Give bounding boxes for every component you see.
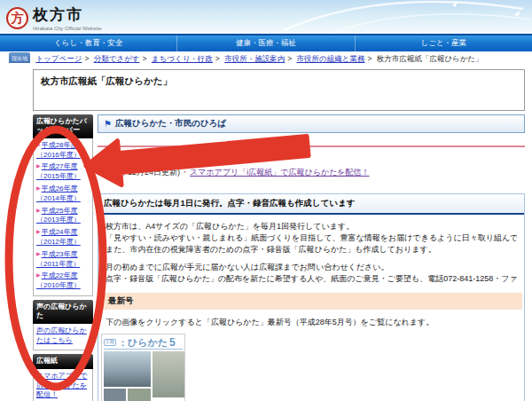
article-box: 広報ひらかたは毎月1日に発行。点字・録音広報も作成しています 枚方市は、A4サイ… (98, 193, 525, 401)
news-section-title: 新着情報 (99, 151, 523, 162)
sidebar-section-title: 広報紙 (33, 354, 93, 368)
article-line: 「見やすい・読みやすい・親しまれる」紙面づくりを目指して、豊富な情報をお届けでき… (106, 232, 517, 244)
breadcrumb-separator: > (215, 54, 220, 63)
sidebar-item-h23[interactable]: ▶平成23年度（2011年度） (36, 250, 90, 270)
sidebar-link-label[interactable]: 声の広報ひらかたはこちら (36, 326, 87, 344)
city-emblem-icon: 方 (6, 7, 28, 29)
breadcrumb-separator: > (287, 54, 292, 63)
article-heading: 広報ひらかたは毎月1日に発行。点字・録音広報も作成しています (98, 194, 524, 215)
site-header: 方 枚方市 Hirakata City Official Website (0, 0, 532, 34)
breadcrumb-separator: > (143, 54, 147, 63)
sidebar-link-label[interactable]: 平成26年度（2014年度） (36, 185, 81, 202)
sidebar-item-h26[interactable]: ▶平成26年度（2014年度） (36, 185, 90, 204)
nav-tab-life-education-safety[interactable]: くらし・教育・安全 (0, 35, 177, 51)
site-subtitle: Hirakata City Official Website (33, 26, 101, 31)
sidebar-item-voice-link[interactable]: 声の広報ひらかたはこちら (36, 326, 90, 346)
nav-tab-work-industry[interactable]: しごと・産業 (356, 35, 532, 51)
breadcrumb-row-2: 現在地 トップページ> 分類でさがす> まちづくり・行政> 市役所・施設案内> … (9, 52, 532, 63)
bullet-arrow-icon: ▶ (36, 251, 41, 256)
sidebar-section-voice: 声の広報ひらかた 声の広報ひらかたはこちら (33, 300, 93, 350)
section-header-title: 広報ひらかた・市民のひろば (115, 118, 226, 130)
news-item-separator: ・ (181, 168, 189, 177)
latest-issue-heading: 最新号 (100, 293, 522, 310)
sidebar-section-body: スマホアプリで広報ひらかたを配信！ (33, 369, 93, 401)
news-section: 新着情報 (2015年12月24日更新)・スマホアプリ「i広報紙」で広報ひらかた… (98, 145, 525, 178)
sidebar-link-label[interactable]: 平成22年度（2010年度） (36, 271, 81, 289)
main-content: ⚑ 広報ひらかた・市民のひろば 新着情報 (2015年12月24日更新)・スマホ… (98, 114, 525, 401)
sidebar-section-title: 広報ひらかたバックナンバー (33, 114, 93, 138)
bullet-arrow-icon: ▶ (36, 142, 41, 147)
breadcrumb-separator: > (367, 54, 372, 63)
sidebar-section-body: 声の広報ひらかたはこちら (33, 324, 93, 351)
breadcrumb-link[interactable]: まちづくり・行政 (152, 54, 213, 63)
content-columns: 広報ひらかたバックナンバー ▶平成28年度（2016年度） ▶平成27年度（20… (33, 114, 525, 401)
site-name: 枚方市 (33, 7, 101, 24)
news-item-date: (2015年12月24日更新) (99, 168, 180, 177)
bullet-arrow-icon: ▶ (36, 185, 41, 191)
site-logo[interactable]: 方 枚方市 Hirakata City Official Website (6, 7, 101, 31)
magazine-cover-photo (128, 389, 151, 401)
sidebar-link-label[interactable]: 平成24年度（2012年度） (36, 228, 81, 246)
decorative-swirl (248, 0, 532, 34)
current-location-badge-icon: 現在地 (9, 52, 30, 63)
sidebar-section-title: 声の広報ひらかた (33, 300, 93, 324)
breadcrumb-link[interactable]: 市役所・施設案内 (224, 54, 285, 63)
breadcrumb-link[interactable]: トップページ (35, 54, 82, 63)
breadcrumb-separator: > (84, 54, 89, 63)
magazine-cover-issue-number: 5 (169, 336, 176, 349)
sidebar-item-h22[interactable]: ▶平成22年度（2010年度） (36, 271, 90, 291)
magazine-cover-prefix: 広報 (104, 339, 116, 346)
magazine-cover-link[interactable]: 広報 ：ひらかた 5 (101, 334, 185, 401)
nav-tab-health-medical-welfare[interactable]: 健康・医療・福祉 (177, 35, 355, 51)
sidebar-item-app-link[interactable]: スマホアプリで広報ひらかたを配信！ (36, 372, 90, 400)
magazine-cover-photo (153, 351, 184, 397)
article-line: 枚方市は、A4サイズの「広報ひらかた」を毎月1回発行しています。 (106, 221, 517, 232)
flag-icon: ⚑ (104, 119, 112, 129)
sidebar-item-h28[interactable]: ▶平成28年度（2016年度） (36, 141, 90, 161)
magazine-cover-photo (104, 389, 126, 401)
sidebar-section-backnumbers: 広報ひらかたバックナンバー ▶平成28年度（2016年度） ▶平成27年度（20… (33, 114, 93, 296)
sidebar-link-label[interactable]: 平成23年度（2011年度） (36, 250, 80, 268)
article-line: 点字・録音版「広報ひらかた」の配布を新たに希望する人や、紙面のご意見・ご要望も、… (106, 273, 517, 285)
breadcrumb-link[interactable]: 市役所の組織と業務 (297, 54, 365, 63)
breadcrumb-current: 枚方市広報紙「広報ひらかた」 (377, 54, 483, 63)
sidebar-link-label[interactable]: 平成25年度（2013年度） (36, 207, 81, 224)
bullet-arrow-icon: ▶ (36, 272, 41, 278)
page-title-box: 枚方市広報紙「広報ひらかた」 (33, 69, 525, 111)
article-paragraph-2: 月の初めまでに広報が手元に届かない人は広報課までお問い合わせください。 点字・録… (106, 262, 517, 285)
global-nav: くらし・教育・安全 健康・医療・福祉 しごと・産業 (0, 34, 532, 51)
sidebar-section-body: ▶平成28年度（2016年度） ▶平成27年度（2015年度） ▶平成26年度（… (33, 138, 93, 296)
bullet-arrow-icon: ▶ (36, 208, 41, 213)
magazine-cover-title: ：ひらかた (118, 336, 168, 350)
magazine-cover-photo (104, 351, 151, 387)
sidebar-section-kouhoushi: 広報紙 スマホアプリで広報ひらかたを配信！ (33, 354, 93, 401)
page-title: 枚方市広報紙「広報ひらかた」 (41, 75, 517, 88)
sidebar-item-h24[interactable]: ▶平成24年度（2012年度） (36, 228, 90, 248)
section-header-bar: ⚑ 広報ひらかた・市民のひろば (98, 114, 525, 133)
sidebar-item-h27[interactable]: ▶平成27年度（2015年度） (36, 162, 90, 182)
news-item-link[interactable]: スマホアプリ「i広報紙」で広報ひらかたを配信！ (190, 168, 370, 177)
sidebar: 広報ひらかたバックナンバー ▶平成28年度（2016年度） ▶平成27年度（20… (33, 114, 93, 401)
sidebar-link-label[interactable]: 平成27年度（2015年度） (36, 162, 81, 180)
sidebar-link-label[interactable]: スマホアプリで広報ひらかたを配信！ (36, 372, 87, 399)
news-item: (2015年12月24日更新)・スマホアプリ「i広報紙」で広報ひらかたを配信！ (99, 167, 523, 178)
bullet-arrow-icon: ▶ (36, 163, 41, 169)
sidebar-item-h25[interactable]: ▶平成25年度（2013年度） (36, 207, 90, 226)
latest-issue-caption: 下の画像をクリックすると「広報ひらかた」最新号（平成28年5月号）をご覧になれま… (106, 317, 517, 328)
article-line: 月の初めまでに広報が手元に届かない人は広報課までお問い合わせください。 (106, 262, 517, 273)
article-paragraph-1: 枚方市は、A4サイズの「広報ひらかた」を毎月1回発行しています。 「見やすい・読… (106, 221, 517, 256)
breadcrumb-link[interactable]: 分類でさがす (94, 54, 140, 63)
article-line: また、市内在住の視覚障害者のための点字・録音版「広報ひらかた」も作成しております… (106, 244, 517, 256)
magazine-cover-logo: 広報 ：ひらかた 5 (104, 336, 183, 350)
sidebar-link-label[interactable]: 平成28年度（2016年度） (36, 141, 81, 159)
bullet-arrow-icon: ▶ (36, 229, 41, 234)
